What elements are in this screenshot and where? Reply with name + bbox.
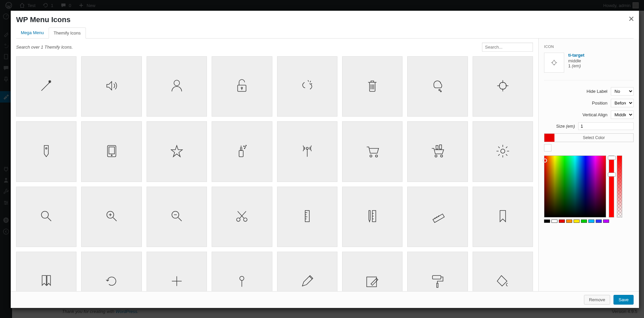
search-input[interactable]	[482, 43, 533, 52]
icon-tile[interactable]	[342, 252, 402, 291]
icon-tile[interactable]	[277, 121, 337, 182]
icon-tile[interactable]	[16, 56, 76, 117]
icon-tile[interactable]	[473, 56, 533, 117]
icon-tile[interactable]	[147, 56, 207, 117]
svg-rect-81	[437, 283, 438, 288]
cut-icon	[233, 208, 250, 226]
size-label: Size (em)	[544, 124, 575, 129]
bookmark-icon	[494, 208, 511, 226]
icon-tile[interactable]	[16, 252, 76, 291]
svg-point-42	[375, 155, 377, 157]
icon-tile[interactable]	[473, 121, 533, 182]
color-select-button[interactable]: Select Color	[544, 133, 634, 142]
icon-tile[interactable]	[277, 252, 337, 291]
color-swatch[interactable]	[551, 219, 557, 223]
pencil-icon	[299, 273, 316, 291]
save-button[interactable]: Save	[613, 295, 634, 305]
bookmark-alt-icon	[38, 273, 55, 291]
position-select[interactable]: Before	[611, 99, 634, 107]
svg-rect-79	[367, 277, 376, 287]
icon-tile[interactable]	[212, 56, 272, 117]
icon-tile[interactable]	[147, 252, 207, 291]
svg-point-58	[244, 218, 247, 221]
svg-line-49	[48, 217, 51, 221]
color-swatch[interactable]	[574, 219, 580, 223]
tag-icon	[38, 143, 55, 161]
icon-tile[interactable]	[473, 187, 533, 247]
color-hue-slider[interactable]	[609, 155, 614, 217]
size-input[interactable]	[578, 122, 634, 130]
svg-rect-31	[109, 147, 114, 154]
color-swatch[interactable]	[581, 219, 587, 223]
icon-tile[interactable]	[342, 187, 402, 247]
color-select-label: Select Color	[554, 134, 633, 142]
color-saturation-area[interactable]	[544, 155, 606, 217]
icon-tile[interactable]	[81, 252, 142, 291]
paint-bucket-icon	[494, 273, 511, 291]
color-swatch[interactable]	[588, 219, 594, 223]
svg-point-41	[370, 155, 372, 157]
icon-library-pane: Search over 1 Themify Icons.	[11, 39, 538, 291]
color-swatch[interactable]	[559, 219, 565, 223]
svg-line-51	[113, 217, 116, 221]
position-label: Position	[544, 101, 607, 106]
icon-tile[interactable]	[147, 121, 207, 182]
icon-tile[interactable]	[16, 121, 76, 182]
svg-line-16	[308, 80, 309, 82]
color-swatch[interactable]	[596, 219, 602, 223]
paint-roller-icon	[429, 273, 446, 291]
icon-tile[interactable]	[212, 121, 272, 182]
tab-themify-icons[interactable]: Themify Icons	[49, 27, 86, 39]
svg-point-22	[439, 89, 440, 91]
star-icon	[168, 143, 185, 161]
modal-footer: Remove Save	[11, 291, 639, 308]
ruler-pencil-icon	[364, 208, 381, 226]
icon-tile[interactable]	[81, 121, 142, 182]
svg-point-57	[237, 218, 240, 221]
selected-icon-size: 1	[568, 63, 571, 68]
color-picker	[544, 155, 634, 223]
selected-icon-preview	[544, 53, 564, 73]
ruler-alt-icon	[429, 208, 446, 226]
hue-handle-icon	[608, 173, 616, 177]
tab-mega-menu[interactable]: Mega Menu	[16, 27, 49, 38]
icon-tile[interactable]	[277, 187, 337, 247]
tablet-icon	[103, 143, 120, 161]
svg-rect-80	[433, 276, 441, 279]
icon-tile[interactable]	[407, 56, 468, 117]
icon-tile[interactable]	[342, 121, 402, 182]
color-swatch[interactable]	[603, 219, 609, 223]
wp-menu-icons-modal: WP Menu Icons ✕ Mega MenuThemify Icons S…	[11, 11, 639, 308]
valign-select[interactable]: Middle	[611, 111, 634, 119]
icon-tile[interactable]	[81, 187, 142, 247]
selected-icon-size-unit: (em)	[572, 63, 581, 68]
icon-tile[interactable]	[277, 56, 337, 117]
svg-point-76	[240, 276, 244, 281]
icon-tile[interactable]	[16, 187, 76, 247]
svg-point-39	[306, 147, 308, 149]
svg-line-78	[309, 276, 312, 279]
color-swatch-icon	[544, 134, 554, 142]
close-button[interactable]: ✕	[628, 15, 634, 23]
close-icon: ✕	[628, 15, 634, 23]
icon-tile[interactable]	[407, 121, 468, 182]
icon-tile[interactable]	[212, 187, 272, 247]
icon-tile[interactable]	[407, 187, 468, 247]
valign-label: Vertical Align	[544, 112, 607, 117]
unlink-icon	[299, 77, 316, 96]
icon-tile[interactable]	[342, 56, 402, 117]
selected-icon-name: ti-target	[568, 53, 584, 58]
color-swatch[interactable]	[566, 219, 572, 223]
color-swatch[interactable]	[544, 219, 550, 223]
hide-label-select[interactable]: No	[611, 87, 634, 96]
icon-tile[interactable]	[212, 252, 272, 291]
reload-icon	[103, 273, 120, 291]
icon-tile[interactable]	[473, 252, 533, 291]
icon-tile[interactable]	[81, 56, 142, 117]
search-hint: Search over 1 Themify Icons.	[16, 45, 73, 50]
remove-button[interactable]: Remove	[584, 295, 610, 305]
svg-point-35	[244, 146, 245, 146]
icon-tile[interactable]	[407, 252, 468, 291]
icon-tile[interactable]	[147, 187, 207, 247]
color-alpha-slider[interactable]	[617, 155, 622, 217]
